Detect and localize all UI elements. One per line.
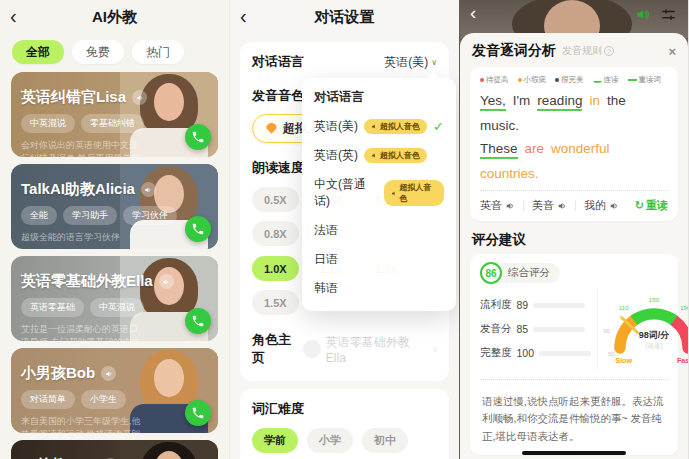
speaker-icon[interactable] — [101, 366, 116, 381]
speaker-icon — [609, 201, 619, 211]
my-audio-button[interactable]: 我的 — [584, 198, 619, 213]
word[interactable]: in — [589, 93, 600, 111]
word[interactable]: countries. — [480, 166, 539, 181]
speed-chip[interactable]: 1.5X — [252, 290, 299, 315]
speaker-icon[interactable] — [159, 274, 174, 289]
gauge-value: 98词/分 — [639, 330, 671, 340]
svg-text:110: 110 — [619, 304, 629, 311]
close-icon[interactable]: × — [668, 44, 676, 59]
vocab-chip[interactable]: 初中 — [362, 428, 408, 453]
screenshot-stage: ‹ AI外教 全部 免费 热门 超拟人音色 英语纠错官Lisa 中英混说零基础纠… — [0, 0, 689, 459]
phone-icon — [191, 222, 205, 236]
dropdown-item-en-us[interactable]: 英语(美)超拟人音色✓ — [302, 112, 456, 141]
shell-icon — [265, 122, 278, 135]
speaker-icon[interactable] — [141, 182, 156, 197]
tab-free[interactable]: 免费 — [72, 40, 124, 64]
svg-text:(语速): (语速) — [645, 342, 663, 350]
call-button[interactable] — [185, 400, 211, 426]
voice-badge: 超拟人音色 — [364, 119, 427, 134]
tutor-card-bob[interactable]: 超拟人音色 小男孩Bob 对话简单小学生 来自美国的小学三年级学生,他热爱阅读和… — [11, 348, 218, 433]
liaison-mark — [593, 78, 602, 83]
voice-badge: 超拟人音色 — [384, 180, 444, 206]
tutor-card-ella[interactable]: 超拟人音色 英语零基础外教Ella 英语零基础中英混说 艾拉是一位温柔耐心的英语… — [11, 256, 218, 341]
dropdown-item-ko[interactable]: 韩语 — [302, 274, 456, 303]
speaker-on-icon[interactable] — [635, 7, 650, 26]
word[interactable]: wonderful — [551, 141, 610, 159]
check-icon: ✓ — [433, 119, 444, 134]
svg-text:190: 190 — [680, 304, 688, 311]
back-icon[interactable]: ‹ — [470, 2, 476, 24]
score-comment: 语速过慢,说快点听起来更舒服。表达流利顺畅,和你交流是件愉悦的事~ 发音纯正,堪… — [480, 387, 668, 447]
sentence-1: Yes, I'm reading in the music. — [480, 93, 668, 133]
svg-text:Slow: Slow — [615, 357, 632, 365]
retry-reading-button[interactable]: ↻重读 — [635, 198, 668, 213]
vocab-chip[interactable]: 小学 — [307, 428, 353, 453]
phone-icon — [191, 130, 205, 144]
speed-chip[interactable]: 0.8X — [252, 221, 299, 246]
tutor-tag: 英语零基础 — [21, 298, 84, 317]
call-button[interactable] — [185, 216, 211, 242]
svg-text:Fast: Fast — [677, 357, 688, 365]
dropdown-item-en-gb[interactable]: 英语(英)超拟人音色 — [302, 141, 456, 170]
sentence-2: These are wonderful countries. — [480, 141, 668, 181]
call-button[interactable] — [185, 124, 211, 150]
call-button[interactable] — [185, 308, 211, 334]
tutor-list-panel: ‹ AI外教 全部 免费 热门 超拟人音色 英语纠错官Lisa 中英混说零基础纠… — [0, 0, 229, 459]
speed-gauge: 50 90 110 150 190 210 250 98词/分 (语速) Slo… — [597, 288, 688, 370]
phone-icon — [191, 314, 205, 328]
vocab-chip-selected[interactable]: 学前 — [252, 428, 298, 453]
us-audio-button[interactable]: 美音 — [532, 198, 567, 213]
score-card: 86 综合评分 流利度89 发音分85 完整度100 — [470, 254, 678, 455]
svg-text:50: 50 — [608, 350, 615, 357]
pronunciation-rules-link[interactable]: 发音规则? — [562, 44, 614, 58]
tutor-card-mira[interactable]: 超拟人音色 AI外教Mira — [11, 440, 218, 459]
tutor-tag: 学习助手 — [63, 206, 117, 225]
audio-controls: 英音 美音 我的 ↻重读 — [480, 198, 668, 213]
left-header: ‹ AI外教 — [0, 0, 229, 34]
tutor-desc: 超级全能的语言学习伙伴 — [21, 231, 143, 244]
speed-chip[interactable]: 0.5X — [252, 187, 299, 212]
profile-preview[interactable]: 英语零基础外教Ella‹ — [303, 334, 437, 365]
tutor-name: 英语纠错官Lisa — [21, 88, 126, 107]
language-select[interactable]: 英语(美)∨ — [384, 54, 437, 71]
tab-all[interactable]: 全部 — [12, 40, 64, 64]
tutor-tag: 中英混说 — [21, 114, 75, 133]
voice-badge: 超拟人音色 — [364, 148, 427, 163]
word[interactable]: These — [480, 141, 518, 159]
profile-label: 角色主页 — [252, 331, 303, 367]
needs-work-dot — [480, 78, 484, 82]
speed-chip-selected[interactable]: 1.0X — [252, 256, 299, 281]
tutor-desc: 来自美国的小学三年级学生,他热爱阅读和运动,性格活泼开朗,善于... — [21, 415, 143, 433]
home-indicator — [522, 451, 626, 455]
dropdown-item-fr[interactable]: 法语 — [302, 216, 456, 245]
word[interactable]: Yes, — [480, 93, 506, 111]
tutor-name: 英语零基础外教Ella — [21, 272, 153, 291]
uk-audio-button[interactable]: 英音 — [480, 198, 515, 213]
speaker-icon — [505, 201, 515, 211]
svg-text:150: 150 — [649, 296, 660, 303]
word[interactable]: music. — [480, 118, 519, 133]
speaker-icon — [557, 201, 567, 211]
adjust-icon[interactable] — [661, 7, 676, 26]
overall-score-badge: 86 — [480, 262, 502, 284]
tutor-tag: 中英混说 — [90, 298, 144, 317]
word-analysis-card: 待提高 小瑕疵 很完美 连读 重读词 Yes, I'm reading in t… — [470, 67, 678, 221]
page-title: 对话设置 — [315, 8, 375, 27]
vocab-options: 学前 小学 初中 高中 四级 六级 考研 商务 专四专八 雅思 托福 GRE G… — [252, 428, 437, 459]
chat-settings-panel: ‹ 对话设置 对话语言 英语(美)∨ 发音音色 超拟人 朗读速度 0.5X 0.… — [229, 0, 459, 459]
analysis-title: 发音逐词分析 — [472, 42, 556, 60]
dropdown-item-zh[interactable]: 中文(普通话)超拟人音色 — [302, 170, 456, 216]
back-icon[interactable]: ‹ — [240, 4, 247, 28]
back-icon[interactable]: ‹ — [10, 4, 17, 28]
vocab-label: 词汇难度 — [252, 400, 437, 418]
word[interactable]: reading — [537, 93, 582, 111]
word[interactable]: the — [607, 93, 626, 111]
word[interactable]: I'm — [513, 93, 531, 111]
dropdown-item-ja[interactable]: 日语 — [302, 245, 456, 274]
word[interactable]: are — [525, 141, 545, 159]
tutor-card-alicia[interactable]: 超拟人音色 TalkAI助教Alicia 全能学习助手学习伙伴 超级全能的语言学… — [11, 164, 218, 249]
tutor-card-lisa[interactable]: 超拟人音色 英语纠错官Lisa 中英混说零基础纠错 会对你说出的英语使用中文进行… — [11, 72, 218, 157]
speaker-icon — [371, 123, 378, 130]
speaker-icon[interactable] — [132, 90, 147, 105]
tab-hot[interactable]: 热门 — [132, 40, 184, 64]
